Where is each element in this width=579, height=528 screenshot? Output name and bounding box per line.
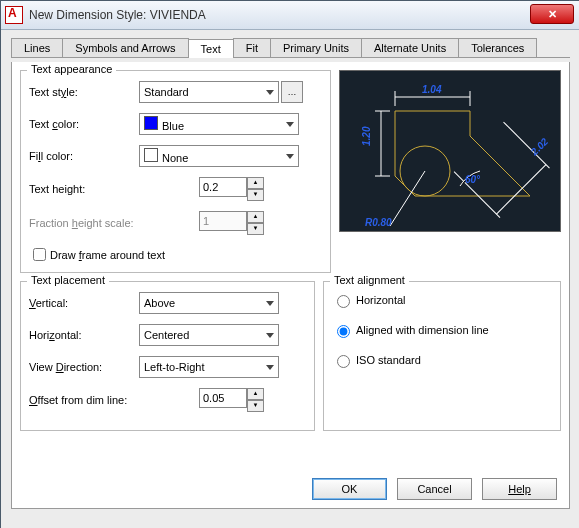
- alignment-iso-label: ISO standard: [356, 354, 421, 366]
- cancel-button[interactable]: Cancel: [397, 478, 472, 500]
- chevron-down-icon: [266, 301, 274, 306]
- chevron-down-icon: [286, 154, 294, 159]
- chevron-down-icon: [266, 333, 274, 338]
- chevron-down-icon: [266, 365, 274, 370]
- text-color-label: Text color:: [29, 118, 139, 130]
- spin-up-icon[interactable]: ▲: [247, 388, 264, 400]
- svg-line-9: [496, 165, 545, 214]
- view-direction-label: View Direction:: [29, 361, 139, 373]
- spin-down-icon[interactable]: ▼: [247, 400, 264, 412]
- alignment-horizontal-radio[interactable]: [337, 295, 350, 308]
- group-label-placement: Text placement: [27, 274, 109, 286]
- chevron-down-icon: [286, 122, 294, 127]
- spin-down-icon[interactable]: ▼: [247, 189, 264, 201]
- spin-down-icon: ▼: [247, 223, 264, 235]
- title-bar: New Dimension Style: VIVIENDA ✕: [1, 1, 579, 30]
- close-button[interactable]: ✕: [530, 4, 574, 24]
- vertical-label: Vertical:: [29, 297, 139, 309]
- offset-label: Offset from dim line:: [29, 394, 199, 406]
- text-height-input[interactable]: [199, 177, 247, 197]
- horizontal-select[interactable]: Centered: [139, 324, 279, 346]
- group-label-alignment: Text alignment: [330, 274, 409, 286]
- svg-line-10: [390, 171, 425, 226]
- text-style-select[interactable]: Standard: [139, 81, 279, 103]
- alignment-aligned-radio[interactable]: [337, 325, 350, 338]
- text-style-browse-button[interactable]: …: [281, 81, 303, 103]
- chevron-down-icon: [266, 90, 274, 95]
- color-swatch-none: [144, 148, 158, 162]
- vertical-select[interactable]: Above: [139, 292, 279, 314]
- fraction-scale-spinner: ▲▼: [199, 211, 259, 235]
- color-swatch-blue: [144, 116, 158, 130]
- spin-up-icon[interactable]: ▲: [247, 177, 264, 189]
- tab-symbols[interactable]: Symbols and Arrows: [62, 38, 188, 57]
- fill-color-label: Fill color:: [29, 150, 139, 162]
- text-style-label: Text style:: [29, 86, 139, 98]
- alignment-horizontal-label: Horizontal: [356, 294, 406, 306]
- svg-text:1.04: 1.04: [422, 84, 442, 95]
- fraction-scale-label: Fraction height scale:: [29, 217, 199, 229]
- offset-input[interactable]: [199, 388, 247, 408]
- view-direction-select[interactable]: Left-to-Right: [139, 356, 279, 378]
- alignment-aligned-label: Aligned with dimension line: [356, 324, 489, 336]
- svg-text:R0.80: R0.80: [365, 217, 392, 228]
- svg-text:60°: 60°: [465, 174, 481, 185]
- text-color-select[interactable]: Blue: [139, 113, 299, 135]
- svg-text:2.02: 2.02: [528, 136, 551, 159]
- offset-spinner[interactable]: ▲▼: [199, 388, 259, 412]
- spin-up-icon: ▲: [247, 211, 264, 223]
- text-height-spinner[interactable]: ▲▼: [199, 177, 259, 201]
- text-alignment-group: Text alignment Horizontal Aligned with d…: [323, 281, 561, 431]
- tab-primary[interactable]: Primary Units: [270, 38, 362, 57]
- tab-alternate[interactable]: Alternate Units: [361, 38, 459, 57]
- svg-text:1.20: 1.20: [361, 126, 372, 146]
- horizontal-label: Horizontal:: [29, 329, 139, 341]
- tab-strip: Lines Symbols and Arrows Text Fit Primar…: [11, 38, 570, 58]
- alignment-iso-radio[interactable]: [337, 355, 350, 368]
- tab-lines[interactable]: Lines: [11, 38, 63, 57]
- tab-text[interactable]: Text: [188, 39, 234, 58]
- text-height-label: Text height:: [29, 183, 199, 195]
- ok-button[interactable]: OK: [312, 478, 387, 500]
- app-icon: [5, 6, 23, 24]
- tab-fit[interactable]: Fit: [233, 38, 271, 57]
- draw-frame-checkbox[interactable]: [33, 248, 46, 261]
- text-placement-group: Text placement Vertical: Above Horizonta…: [20, 281, 315, 431]
- dimension-preview: 1.04 1.20 2.02 R0.80 60°: [339, 70, 561, 232]
- text-appearance-group: Text appearance Text style: Standard … T…: [20, 70, 331, 273]
- fill-color-select[interactable]: None: [139, 145, 299, 167]
- help-button[interactable]: Help: [482, 478, 557, 500]
- draw-frame-label: Draw frame around text: [50, 249, 165, 261]
- tab-tolerances[interactable]: Tolerances: [458, 38, 537, 57]
- fraction-scale-input: [199, 211, 247, 231]
- window-title: New Dimension Style: VIVIENDA: [29, 8, 206, 22]
- group-label-appearance: Text appearance: [27, 63, 116, 75]
